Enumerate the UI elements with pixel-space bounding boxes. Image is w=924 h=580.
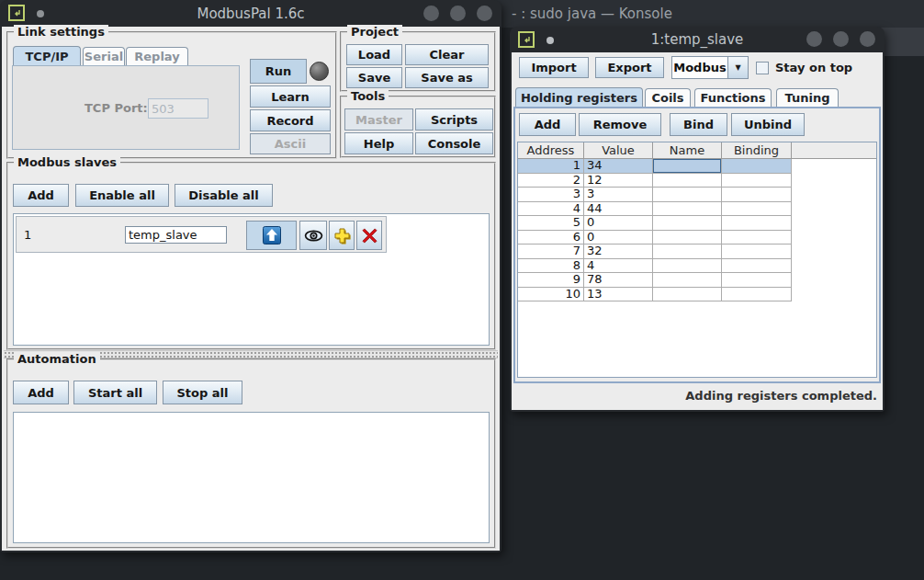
register-unbind-button[interactable]: Unbind — [731, 113, 805, 136]
tcp-port-input[interactable] — [148, 98, 208, 119]
cell-name[interactable] — [653, 188, 722, 202]
column-header-value[interactable]: Value — [584, 142, 653, 159]
cell-address[interactable]: 1 — [518, 159, 584, 174]
cell-address[interactable]: 3 — [518, 188, 584, 202]
cell-value[interactable]: 44 — [584, 202, 653, 217]
import-button[interactable]: Import — [519, 57, 589, 78]
cell-filler[interactable] — [792, 245, 876, 259]
table-row[interactable]: 60 — [518, 231, 876, 245]
cell-value[interactable]: 3 — [584, 188, 653, 202]
column-header-binding[interactable]: Binding — [722, 142, 792, 159]
tab-coils[interactable]: Coils — [645, 88, 691, 107]
table-row[interactable]: 732 — [518, 245, 876, 259]
cell-binding[interactable] — [722, 231, 792, 245]
cell-value[interactable]: 34 — [584, 159, 653, 174]
cell-address[interactable]: 8 — [518, 259, 584, 274]
cell-name[interactable] — [653, 245, 722, 259]
export-button[interactable]: Export — [595, 57, 664, 78]
table-row[interactable]: 978 — [518, 273, 876, 288]
close-button[interactable] — [860, 31, 875, 47]
register-add-button[interactable]: Add — [519, 113, 576, 136]
cell-binding[interactable] — [722, 288, 792, 302]
cell-name[interactable] — [653, 216, 722, 231]
cell-name[interactable] — [653, 174, 722, 188]
master-button[interactable]: Master — [344, 108, 413, 131]
help-button[interactable]: Help — [344, 132, 413, 154]
cell-address[interactable]: 10 — [518, 288, 584, 302]
modbuspal-titlebar[interactable]: ModbusPal 1.6c — [0, 0, 501, 27]
cell-address[interactable]: 6 — [518, 231, 584, 245]
cell-name[interactable] — [653, 159, 722, 174]
cell-value[interactable]: 32 — [584, 245, 653, 259]
load-button[interactable]: Load — [346, 44, 402, 65]
cell-filler[interactable] — [792, 174, 876, 188]
cell-filler[interactable] — [792, 231, 876, 245]
tab-replay[interactable]: Replay — [126, 47, 188, 65]
tab-tuning[interactable]: Tuning — [776, 88, 839, 107]
show-slave-button[interactable] — [299, 221, 327, 250]
column-header-name[interactable]: Name — [653, 142, 722, 159]
slave-name-input[interactable] — [125, 226, 227, 244]
cell-filler[interactable] — [792, 259, 876, 274]
tab-functions[interactable]: Functions — [694, 88, 772, 107]
cell-address[interactable]: 9 — [518, 273, 584, 288]
delete-slave-button[interactable] — [356, 221, 382, 250]
tab-holding-registers[interactable]: Holding registers — [515, 87, 643, 107]
minimize-button[interactable] — [806, 31, 822, 47]
cell-binding[interactable] — [722, 202, 792, 217]
enable-all-button[interactable]: Enable all — [75, 184, 169, 207]
cell-value[interactable]: 0 — [584, 231, 653, 245]
cell-filler[interactable] — [792, 159, 876, 174]
register-bind-button[interactable]: Bind — [670, 113, 727, 136]
table-row[interactable]: 84 — [518, 259, 876, 274]
maximize-button[interactable] — [450, 6, 466, 21]
close-button[interactable] — [477, 6, 492, 21]
cell-value[interactable]: 4 — [584, 259, 653, 274]
cell-name[interactable] — [653, 273, 722, 288]
learn-button[interactable]: Learn — [250, 85, 331, 108]
cell-binding[interactable] — [722, 188, 792, 202]
cell-address[interactable]: 7 — [518, 245, 584, 259]
save-as-button[interactable]: Save as — [405, 67, 489, 88]
console-button[interactable]: Console — [415, 132, 493, 154]
slave-enabled-toggle[interactable] — [246, 221, 297, 250]
table-row[interactable]: 50 — [518, 216, 876, 231]
cell-filler[interactable] — [792, 288, 876, 302]
cell-value[interactable]: 78 — [584, 273, 653, 288]
run-button[interactable]: Run — [250, 59, 307, 84]
chevron-down-icon[interactable]: ▼ — [727, 57, 748, 78]
disable-all-button[interactable]: Disable all — [175, 184, 273, 207]
slave-row[interactable]: 1 — [16, 216, 387, 253]
cell-binding[interactable] — [722, 273, 792, 288]
table-row[interactable]: 134 — [518, 159, 876, 174]
cell-name[interactable] — [653, 231, 722, 245]
cell-value[interactable]: 0 — [584, 216, 653, 231]
cell-binding[interactable] — [722, 174, 792, 188]
column-header-address[interactable]: Address — [518, 142, 584, 159]
maximize-button[interactable] — [833, 31, 849, 47]
automation-add-button[interactable]: Add — [13, 381, 69, 404]
tab-serial[interactable]: Serial — [83, 47, 125, 65]
duplicate-slave-button[interactable] — [329, 221, 355, 250]
ascii-button[interactable]: Ascii — [250, 133, 331, 154]
cell-address[interactable]: 2 — [518, 174, 584, 188]
cell-address[interactable]: 4 — [518, 202, 584, 217]
scripts-button[interactable]: Scripts — [415, 108, 493, 131]
cell-name[interactable] — [653, 259, 722, 274]
cell-filler[interactable] — [792, 273, 876, 288]
stop-all-button[interactable]: Stop all — [163, 381, 242, 404]
cell-binding[interactable] — [722, 159, 792, 174]
cell-binding[interactable] — [722, 216, 792, 231]
table-row[interactable]: 212 — [518, 174, 876, 188]
stay-on-top-checkbox[interactable] — [756, 62, 769, 74]
cell-address[interactable]: 5 — [518, 216, 584, 231]
cell-filler[interactable] — [792, 188, 876, 202]
slave-titlebar[interactable]: 1:temp_slave — [510, 27, 885, 52]
mode-combobox[interactable]: Modbus ▼ — [671, 56, 749, 79]
save-button[interactable]: Save — [346, 67, 402, 88]
cell-filler[interactable] — [792, 202, 876, 217]
table-row[interactable]: 1013 — [518, 288, 876, 302]
slave-add-button[interactable]: Add — [13, 184, 69, 207]
cell-name[interactable] — [653, 288, 722, 302]
record-button[interactable]: Record — [250, 109, 331, 131]
